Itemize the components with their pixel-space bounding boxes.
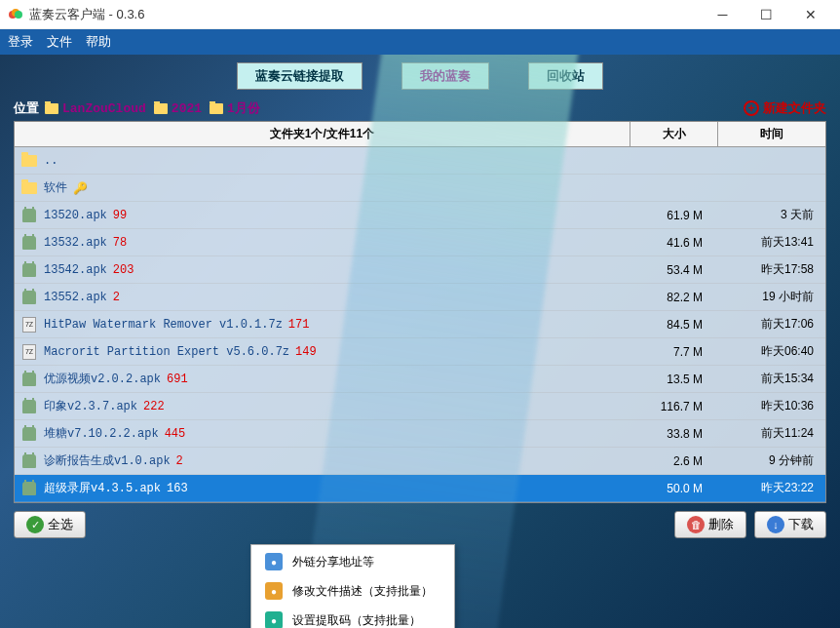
file-time: 3 天前: [712, 207, 820, 223]
folder-icon: [154, 103, 168, 114]
table-row[interactable]: 优源视频v2.0.2.apk69113.5 M前天15:34: [15, 366, 825, 393]
breadcrumb-item[interactable]: LanZouCloud: [62, 101, 146, 116]
file-time: 前天13:41: [712, 234, 820, 251]
bottom-toolbar: ✓ 全选 🗑 删除 ↓ 下载: [14, 511, 826, 538]
new-folder-button[interactable]: + 新建文件夹: [744, 99, 826, 117]
tab-extract[interactable]: 蓝奏云链接提取: [237, 62, 363, 90]
download-count: 2: [176, 454, 183, 468]
file-name-wrap: 13552.apk2: [44, 291, 625, 304]
location-toolbar: 位置 LanZouCloud20211月份 + 新建文件夹: [14, 99, 826, 117]
svg-point-2: [15, 11, 22, 19]
context-menu-item[interactable]: ●修改文件描述（支持批量）: [251, 576, 454, 606]
download-button[interactable]: ↓ 下载: [754, 511, 826, 538]
file-time: 前天17:06: [712, 316, 820, 333]
android-icon: [20, 425, 38, 443]
window-title: 蓝奏云客户端 - 0.3.6: [29, 6, 701, 23]
download-count: 149: [295, 345, 317, 359]
tab-recycle[interactable]: 回收站: [528, 62, 603, 90]
context-menu-item[interactable]: ●设置提取码（支持批量）: [251, 606, 454, 628]
file-name-wrap: ..: [44, 154, 625, 168]
android-icon: [20, 234, 38, 252]
file-name: 软件: [44, 179, 67, 196]
maximize-button[interactable]: ☐: [745, 1, 788, 28]
file-name-wrap: 印象v2.3.7.apk222: [44, 398, 625, 414]
file-time: 19 小时前: [712, 289, 820, 305]
col-size[interactable]: 大小: [630, 122, 718, 146]
col-name[interactable]: 文件夹1个/文件11个: [15, 122, 630, 146]
file-name-wrap: 13520.apk99: [44, 209, 625, 222]
file-name: Macrorit Partition Expert v5.6.0.7z: [44, 345, 289, 359]
file-name: 13532.apk: [44, 236, 107, 250]
table-row[interactable]: 13532.apk7841.6 M前天13:41: [15, 229, 825, 256]
folder-icon: [45, 103, 58, 114]
menu-help[interactable]: 帮助: [86, 33, 111, 51]
file-name-wrap: 13542.apk203: [44, 263, 625, 277]
download-count: 171: [288, 318, 310, 332]
file-name-wrap: 诊断报告生成v1.0.apk2: [44, 452, 625, 469]
file-table: 文件夹1个/文件11个 大小 时间 ..软件🔑13520.apk9961.9 M…: [14, 121, 826, 503]
breadcrumb: LanZouCloud20211月份: [45, 99, 266, 117]
download-count: 445: [165, 427, 186, 441]
breadcrumb-item[interactable]: 2021: [172, 101, 202, 116]
file-name: 超级录屏v4.3.5.apk: [44, 480, 161, 496]
file-name-wrap: 优源视频v2.0.2.apk691: [44, 371, 625, 387]
new-folder-label: 新建文件夹: [763, 99, 826, 117]
android-icon: [20, 289, 38, 306]
android-icon: [20, 371, 38, 388]
file-name: ..: [44, 154, 57, 168]
menu-login[interactable]: 登录: [8, 33, 33, 51]
table-row[interactable]: ..: [15, 147, 825, 175]
file-size: 33.8 M: [625, 427, 712, 441]
menu-item-label: 设置提取码（支持批量）: [292, 612, 421, 629]
download-count: 203: [113, 263, 134, 277]
delete-label: 删除: [708, 516, 734, 533]
file-time: 昨天23:22: [712, 480, 820, 496]
app-logo-icon: [8, 7, 23, 22]
file-size: 61.9 M: [625, 209, 712, 222]
file-size: 2.6 M: [625, 454, 712, 468]
file-size: 41.6 M: [625, 236, 712, 250]
file-name: 13542.apk: [44, 263, 107, 277]
file-time: 前天15:34: [712, 371, 820, 387]
col-time[interactable]: 时间: [718, 122, 825, 146]
table-row[interactable]: 13552.apk282.2 M19 小时前: [15, 284, 825, 311]
context-menu-item[interactable]: ●外链分享地址等: [251, 547, 454, 576]
file-name: 13520.apk: [44, 209, 107, 222]
close-button[interactable]: ✕: [788, 1, 832, 28]
table-row[interactable]: 堆糖v7.10.2.2.apk44533.8 M前天11:24: [15, 420, 825, 448]
breadcrumb-item[interactable]: 1月份: [227, 99, 260, 117]
delete-button[interactable]: 🗑 删除: [674, 511, 746, 538]
plus-icon: +: [744, 100, 759, 116]
table-row[interactable]: 超级录屏v4.3.5.apk16350.0 M昨天23:22: [15, 475, 825, 502]
menu-item-icon: ●: [265, 582, 283, 600]
table-row[interactable]: 13542.apk20353.4 M昨天17:58: [15, 256, 825, 284]
trash-icon: 🗑: [687, 516, 705, 533]
table-row[interactable]: 软件🔑: [15, 175, 825, 202]
tab-bar: 蓝奏云链接提取 我的蓝奏 回收站: [0, 55, 840, 94]
menu-item-icon: ●: [265, 553, 283, 570]
file-name: 13552.apk: [44, 291, 107, 304]
content-area: 蓝奏云链接提取 我的蓝奏 回收站 位置 LanZouCloud20211月份 +…: [0, 55, 840, 628]
table-header: 文件夹1个/文件11个 大小 时间: [15, 122, 825, 147]
file-name: 堆糖v7.10.2.2.apk: [44, 425, 159, 442]
archive-icon: 7Z: [20, 316, 38, 334]
file-name-wrap: 13532.apk78: [44, 236, 625, 250]
file-size: 116.7 M: [625, 400, 712, 413]
minimize-button[interactable]: ─: [701, 1, 745, 28]
file-size: 82.2 M: [625, 291, 712, 304]
download-label: 下载: [788, 516, 814, 533]
key-icon: 🔑: [73, 181, 88, 195]
folder-icon: [210, 103, 223, 114]
table-row[interactable]: 印象v2.3.7.apk222116.7 M昨天10:36: [15, 393, 825, 420]
table-row[interactable]: 7ZHitPaw Watermark Remover v1.0.1.7z1718…: [15, 311, 825, 338]
table-row[interactable]: 诊断报告生成v1.0.apk22.6 M9 分钟前: [15, 448, 825, 475]
file-time: 前天11:24: [712, 425, 820, 442]
file-size: 50.0 M: [625, 482, 712, 495]
tab-mine[interactable]: 我的蓝奏: [401, 62, 489, 90]
file-size: 7.7 M: [625, 345, 712, 359]
download-count: 163: [167, 482, 188, 495]
menu-file[interactable]: 文件: [47, 33, 72, 51]
select-all-button[interactable]: ✓ 全选: [14, 511, 86, 538]
table-row[interactable]: 13520.apk9961.9 M3 天前: [15, 202, 825, 229]
table-row[interactable]: 7ZMacrorit Partition Expert v5.6.0.7z149…: [15, 338, 825, 366]
